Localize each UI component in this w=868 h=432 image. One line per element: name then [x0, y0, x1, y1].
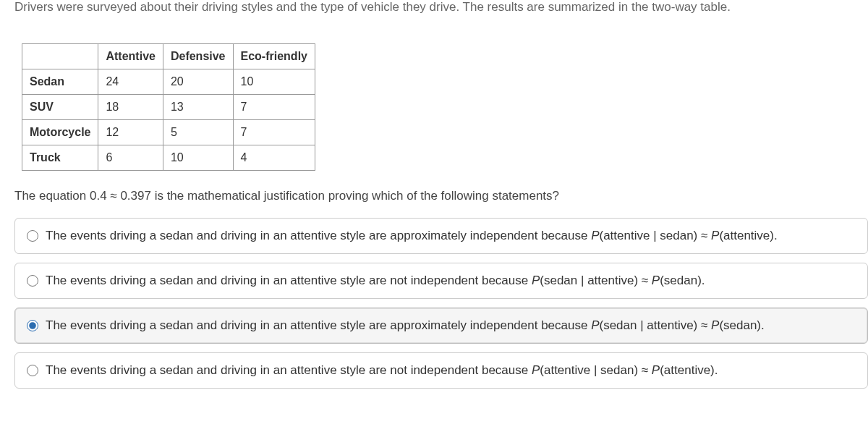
- cell: 24: [98, 69, 163, 95]
- cell: 12: [98, 120, 163, 145]
- header-blank: [22, 44, 98, 69]
- cell: 10: [163, 145, 233, 171]
- option-1-prefix: The events driving a sedan and driving i…: [46, 229, 591, 242]
- option-3-arg2: (sedan).: [719, 318, 764, 332]
- option-4-arg2: (attentive).: [660, 363, 718, 377]
- option-2-radio[interactable]: [27, 275, 38, 287]
- table-row: Motorcycle 12 5 7: [22, 120, 315, 145]
- option-4-label: The events driving a sedan and driving i…: [46, 363, 856, 378]
- option-3-label: The events driving a sedan and driving i…: [46, 318, 856, 333]
- option-2-prefix: The events driving a sedan and driving i…: [46, 274, 532, 287]
- option-1-label: The events driving a sedan and driving i…: [46, 229, 856, 243]
- row-label-suv: SUV: [22, 95, 98, 120]
- table-row: Truck 6 10 4: [22, 145, 315, 171]
- header-ecofriendly: Eco-friendly: [233, 44, 315, 69]
- options-group: The events driving a sedan and driving i…: [0, 218, 868, 389]
- option-1[interactable]: The events driving a sedan and driving i…: [14, 218, 868, 254]
- option-4-arg1: (attentive | sedan) ≈: [540, 363, 652, 377]
- option-3-func1: P: [591, 318, 599, 332]
- intro-text: Drivers were surveyed about their drivin…: [0, 0, 868, 29]
- option-2-label: The events driving a sedan and driving i…: [46, 274, 856, 288]
- cell: 18: [98, 95, 163, 120]
- option-1-arg2: (attentive).: [719, 229, 777, 242]
- option-1-func2: P: [711, 229, 719, 242]
- table-header-row: Attentive Defensive Eco-friendly: [22, 44, 315, 69]
- question-text: The equation 0.4 ≈ 0.397 is the mathemat…: [0, 189, 868, 218]
- option-3-prefix: The events driving a sedan and driving i…: [46, 318, 591, 332]
- row-label-motorcycle: Motorcycle: [22, 120, 98, 145]
- row-label-truck: Truck: [22, 145, 98, 171]
- cell: 5: [163, 120, 233, 145]
- option-4-radio[interactable]: [27, 365, 38, 376]
- option-2[interactable]: The events driving a sedan and driving i…: [14, 263, 868, 299]
- cell: 4: [233, 145, 315, 171]
- option-3-arg1: (sedan | attentive) ≈: [600, 318, 712, 332]
- option-3-radio[interactable]: [27, 320, 38, 331]
- option-4-func1: P: [532, 363, 540, 377]
- cell: 20: [163, 69, 233, 95]
- option-4[interactable]: The events driving a sedan and driving i…: [14, 352, 868, 389]
- option-1-radio[interactable]: [27, 230, 38, 242]
- option-3-func2: P: [711, 318, 719, 332]
- row-label-sedan: Sedan: [22, 69, 98, 95]
- header-defensive: Defensive: [163, 44, 233, 69]
- option-2-func1: P: [532, 274, 540, 287]
- option-2-func2: P: [652, 274, 660, 287]
- cell: 6: [98, 145, 163, 171]
- cell: 10: [233, 69, 315, 95]
- option-4-func2: P: [652, 363, 660, 377]
- cell: 7: [233, 120, 315, 145]
- option-2-arg1: (sedan | attentive) ≈: [540, 274, 652, 287]
- option-1-arg1: (attentive | sedan) ≈: [600, 229, 712, 242]
- table-row: SUV 18 13 7: [22, 95, 315, 120]
- option-1-func1: P: [591, 229, 599, 242]
- cell: 13: [163, 95, 233, 120]
- option-2-arg2: (sedan).: [660, 274, 705, 287]
- option-4-prefix: The events driving a sedan and driving i…: [46, 363, 532, 377]
- cell: 7: [233, 95, 315, 120]
- table-row: Sedan 24 20 10: [22, 69, 315, 95]
- header-attentive: Attentive: [98, 44, 163, 69]
- two-way-table: Attentive Defensive Eco-friendly Sedan 2…: [22, 43, 315, 171]
- option-3[interactable]: The events driving a sedan and driving i…: [14, 308, 868, 344]
